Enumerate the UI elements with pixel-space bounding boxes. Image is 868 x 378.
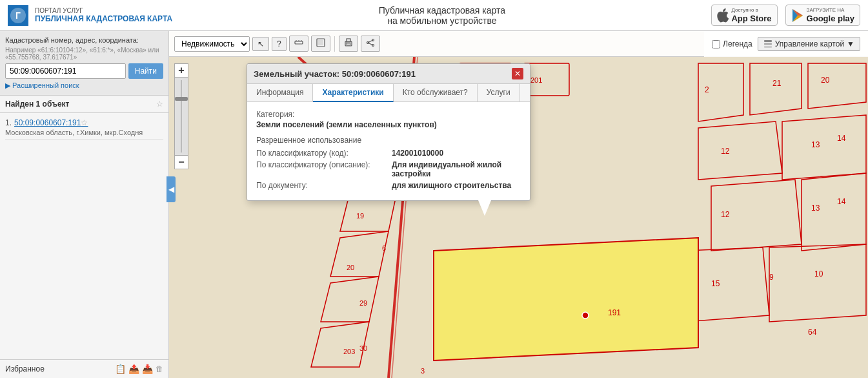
- svg-text:9: 9: [769, 273, 774, 282]
- layer-select[interactable]: Недвижимость Территории Границы: [174, 36, 250, 52]
- manage-map-label: Управление картой: [775, 39, 844, 48]
- popup-tab-service[interactable]: Кто обслуживает?: [394, 84, 478, 101]
- svg-text:2: 2: [705, 85, 709, 94]
- sidebar-collapse-button[interactable]: ◀: [167, 176, 176, 202]
- popup-tab-info[interactable]: Информация: [247, 84, 313, 101]
- header-left: Г ПОРТАЛ УСЛУГ ПУБЛИЧНАЯ КАДАСТРОВАЯ КАР…: [8, 5, 172, 26]
- favorites-label: Избранное: [5, 364, 45, 373]
- result-star-icon[interactable]: ☆: [81, 118, 88, 127]
- legend-area: Легенда Управление картой ▼: [704, 31, 868, 57]
- svg-text:191: 191: [608, 308, 621, 317]
- manage-map-button[interactable]: Управление картой ▼: [758, 37, 860, 51]
- found-star-icon[interactable]: ☆: [156, 100, 163, 109]
- svg-line-22: [368, 43, 373, 45]
- svg-text:14: 14: [837, 134, 846, 143]
- measure-distance-button[interactable]: [289, 36, 308, 52]
- search-label: Кадастровый номер, адрес, координата:: [5, 36, 163, 44]
- appstore-button[interactable]: Доступно в App Store: [711, 5, 777, 26]
- svg-text:12: 12: [721, 147, 730, 156]
- svg-text:Г: Г: [15, 10, 21, 21]
- svg-point-72: [582, 312, 589, 319]
- popup-tab-characteristics[interactable]: Характеристики: [313, 84, 393, 102]
- googleplay-icon: [791, 8, 804, 23]
- googleplay-button[interactable]: ЗАГРУЗИТЕ НА Google play: [785, 5, 860, 26]
- portal-bottom-label: ПУБЛИЧНАЯ КАДАСТРОВАЯ КАРТА: [35, 14, 172, 23]
- measure-area-button[interactable]: [311, 36, 330, 52]
- favorites-bar: Избранное 📋 📤 📥 🗑: [0, 359, 168, 378]
- svg-text:19: 19: [356, 212, 364, 220]
- googleplay-label: Google play: [807, 14, 854, 24]
- popup-title: Земельный участок: 50:09:0060607:191: [254, 69, 416, 79]
- popup-body: Категория: Земли поселений (земли населе…: [247, 102, 530, 200]
- googleplay-prefix: ЗАГРУЗИТЕ НА: [807, 7, 854, 14]
- zoom-in-button[interactable]: +: [174, 63, 188, 78]
- zoom-slider[interactable]: [174, 78, 188, 155]
- print-icon: [344, 38, 353, 47]
- available-label: Доступно в: [731, 7, 771, 14]
- legend-checkbox[interactable]: [712, 40, 720, 48]
- center-line2: на мобильном устройстве: [387, 16, 496, 26]
- popup-header: Земельный участок: 50:09:0060607:191 ✕: [247, 64, 530, 84]
- zoom-thumb[interactable]: [175, 97, 188, 101]
- info-tool-button[interactable]: ?: [272, 37, 287, 51]
- favorites-export-icon[interactable]: 📤: [128, 364, 139, 374]
- search-section: Кадастровый номер, адрес, координата: На…: [0, 31, 168, 96]
- favorites-delete-icon[interactable]: 🗑: [156, 364, 163, 373]
- legend-checkbox-group: Легенда: [712, 39, 752, 48]
- layers-icon: [763, 39, 772, 48]
- svg-text:13: 13: [811, 204, 820, 213]
- svg-text:13: 13: [811, 140, 820, 149]
- favorites-icons: 📋 📤 📥 🗑: [115, 364, 163, 374]
- result-number: 1.: [5, 118, 12, 127]
- svg-text:20: 20: [821, 76, 830, 85]
- zoom-out-button[interactable]: −: [174, 155, 188, 169]
- svg-rect-23: [764, 40, 772, 42]
- svg-text:6: 6: [382, 244, 386, 252]
- popup-close-button[interactable]: ✕: [512, 68, 523, 79]
- svg-text:3: 3: [421, 367, 425, 375]
- map-area[interactable]: Недвижимость Территории Границы ↖ ?: [169, 31, 868, 378]
- svg-text:64: 64: [808, 328, 817, 337]
- svg-text:15: 15: [711, 279, 720, 288]
- svg-text:12: 12: [721, 210, 730, 219]
- favorites-import-icon[interactable]: 📥: [142, 364, 153, 374]
- search-example: Например «61:6:10104:12», «61:6:*», «Мос…: [5, 47, 163, 61]
- appstore-label: App Store: [731, 14, 771, 24]
- sidebar: Кадастровый номер, адрес, координата: На…: [0, 31, 169, 378]
- found-label: Найден 1 объект: [5, 100, 70, 109]
- document-label: По документу:: [256, 181, 392, 190]
- classifier-code-value: 142001010000: [392, 149, 443, 158]
- svg-text:20: 20: [347, 264, 354, 271]
- favorites-add-icon[interactable]: 📋: [115, 364, 126, 374]
- popup-tab-services[interactable]: Услуги: [478, 84, 520, 101]
- search-button[interactable]: Найти: [128, 63, 163, 79]
- search-input[interactable]: [5, 63, 126, 79]
- toolbar-separator: [334, 36, 335, 52]
- center-line1: Публичная кадастровая карта: [379, 5, 505, 16]
- ruler-icon: [294, 38, 303, 47]
- svg-rect-25: [764, 46, 772, 48]
- svg-rect-16: [347, 43, 350, 45]
- svg-text:10: 10: [814, 269, 823, 278]
- zoom-controls: + −: [174, 63, 188, 169]
- search-row: Найти: [5, 63, 163, 79]
- svg-marker-41: [434, 238, 698, 361]
- result-link[interactable]: 50:09:0060607:191 ☆: [14, 118, 88, 127]
- result-address: Московская область, г.Химки, мкр.Сходня: [5, 129, 163, 136]
- permitted-use-title: Разрешенное использование: [256, 136, 521, 145]
- category-label: Категория:: [256, 110, 521, 119]
- portal-top-label: ПОРТАЛ УСЛУГ: [35, 7, 172, 14]
- svg-line-21: [368, 40, 373, 43]
- print-button[interactable]: [339, 36, 358, 52]
- share-button[interactable]: [361, 36, 380, 52]
- legend-label: Легенда: [723, 39, 752, 48]
- classifier-code-label: По классификатору (код):: [256, 149, 392, 158]
- advanced-search-link[interactable]: ▶ Расширенный поиск: [5, 81, 163, 90]
- svg-text:29: 29: [359, 299, 367, 307]
- portal-logo-icon: Г: [8, 5, 28, 26]
- cursor-tool-button[interactable]: ↖: [252, 37, 269, 51]
- classifier-desc-value: Для индивидуальной жилой застройки: [392, 160, 521, 178]
- svg-text:201: 201: [530, 76, 542, 84]
- logo-text: ПОРТАЛ УСЛУГ ПУБЛИЧНАЯ КАДАСТРОВАЯ КАРТА: [35, 7, 172, 23]
- result-list: 1. 50:09:0060607:191 ☆ Московская област…: [0, 113, 168, 359]
